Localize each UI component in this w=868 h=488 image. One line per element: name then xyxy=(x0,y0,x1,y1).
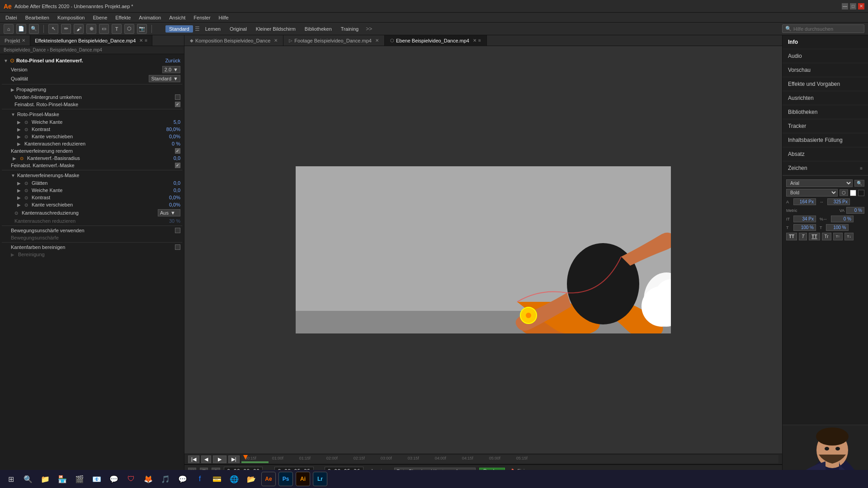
goto-start-btn[interactable]: |◀ xyxy=(188,455,199,463)
contrast2-value[interactable]: 0,0% xyxy=(153,195,180,200)
soft-edge-value[interactable]: 5,0 xyxy=(153,119,180,125)
taskbar-search-btn[interactable]: 🔍 xyxy=(21,472,35,486)
shift-edge2-value[interactable]: 0,0% xyxy=(153,202,180,207)
menu-komposition[interactable]: Komposition xyxy=(54,14,89,21)
taskbar-ai-btn[interactable]: Ai xyxy=(296,472,310,486)
menu-effekte[interactable]: Effekte xyxy=(112,14,134,21)
taskbar-store-btn[interactable]: 🏪 xyxy=(55,472,70,486)
workspace-more-icon[interactable]: >> xyxy=(366,26,372,32)
tracking-input[interactable] xyxy=(827,198,850,205)
ts-italic-btn[interactable]: T xyxy=(799,233,807,240)
workspace-menu-icon[interactable]: ☰ xyxy=(195,26,200,32)
panel-audio[interactable]: Audio xyxy=(783,49,868,63)
tab-ebene-close[interactable]: ✕ xyxy=(473,38,476,43)
taskbar-whatsapp-btn[interactable]: 💬 xyxy=(107,472,121,486)
taskbar-wallet-btn[interactable]: 💳 xyxy=(210,472,224,486)
taskbar-music-btn[interactable]: 🎵 xyxy=(158,472,173,486)
ts-smallcaps-btn[interactable]: Tr xyxy=(822,233,831,240)
panel-effekte[interactable]: Effekte und Vorgaben xyxy=(783,77,868,91)
tab-footage[interactable]: ▷ Footage Beispielvideo_Dance.mp4 ✕ xyxy=(283,35,385,46)
style-btn[interactable]: ⬡ xyxy=(840,189,848,196)
taskbar-ae-btn[interactable]: Ae xyxy=(261,472,276,486)
motion-blur-checkbox[interactable] xyxy=(175,228,180,233)
ts-sub-btn[interactable]: T↓ xyxy=(844,233,854,240)
edge-noise-select[interactable]: Aus ▼ xyxy=(158,209,180,216)
taskbar-lr-btn[interactable]: Lr xyxy=(313,472,327,486)
taskbar-explorer-btn[interactable]: 📂 xyxy=(244,472,259,486)
next-frame-btn[interactable]: ▶| xyxy=(228,455,240,463)
toolbar-clone-btn[interactable]: ⊕ xyxy=(86,24,96,34)
ts-super-btn[interactable]: T↑ xyxy=(833,233,843,240)
panel-tracker[interactable]: Tracker xyxy=(783,119,868,133)
toolbar-shape-btn[interactable]: ▭ xyxy=(99,24,109,34)
menu-ansicht[interactable]: Ansicht xyxy=(165,14,189,21)
toolbar-brush-btn[interactable]: 🖌 xyxy=(74,24,84,34)
feinabst-checkbox[interactable] xyxy=(175,102,180,107)
propagierung-header[interactable]: ▶ Propagierung xyxy=(2,85,182,94)
taskbar-media-btn[interactable]: 🎬 xyxy=(72,472,87,486)
fine-mask-checkbox[interactable] xyxy=(175,163,180,168)
roto-maske-header[interactable]: ▼ Roto-Pinsel-Maske xyxy=(2,110,182,118)
tab-projekt[interactable]: Projekt ✕ xyxy=(0,35,30,46)
taskbar-facebook-btn[interactable]: f xyxy=(193,472,207,486)
effect-main-header[interactable]: ▼ ⊙ Roto-Pinsel und Kantenverf. Zurück xyxy=(2,56,182,65)
panel-ausrichten[interactable]: Ausrichten xyxy=(783,91,868,105)
panel-vorschau[interactable]: Vorschau xyxy=(783,63,868,77)
va-input[interactable] xyxy=(846,207,864,214)
scale-h-input[interactable] xyxy=(793,224,816,231)
smooth-value[interactable]: 0,0 xyxy=(153,180,180,186)
tab-ebene[interactable]: ⬡ Ebene Beispielvideo_Dance.mp4 ✕ ≡ xyxy=(385,35,487,46)
clean-colors-checkbox[interactable] xyxy=(175,244,180,250)
minimize-button[interactable]: — xyxy=(842,3,848,9)
panel-info[interactable]: Info xyxy=(783,35,868,49)
taskbar-folder-btn[interactable]: 📁 xyxy=(38,472,52,486)
refine-maske-header[interactable]: ▼ Kantenverfeinerungs-Maske xyxy=(2,171,182,179)
workspace-bibliotheken[interactable]: Bibliotheken xyxy=(301,25,335,33)
tab-effekteinstellungen[interactable]: Effekteinstellungen Beispielvideo_Dance.… xyxy=(30,35,152,46)
taskbar-shield-btn[interactable]: 🛡 xyxy=(124,472,138,486)
ts-bold-btn[interactable]: TT xyxy=(786,233,797,240)
tab-footage-close[interactable]: ✕ xyxy=(375,38,379,43)
version-select[interactable]: 2.0 ▼ xyxy=(162,66,180,73)
toolbar-home-btn[interactable]: ⌂ xyxy=(4,24,14,34)
menu-bearbeiten[interactable]: Bearbeiten xyxy=(22,14,53,21)
taskbar-firefox-btn[interactable]: 🦊 xyxy=(141,472,156,486)
tab-effekt-menu[interactable]: ≡ xyxy=(145,38,147,43)
color-swatch-black[interactable] xyxy=(858,190,864,196)
color-swatch-white[interactable] xyxy=(850,190,856,196)
front-back-checkbox[interactable] xyxy=(175,94,180,100)
toolbar-pen-btn[interactable]: ✏ xyxy=(61,24,71,34)
tab-komposition[interactable]: ◆ Komposition Beispielvideo_Dance ✕ xyxy=(184,35,283,46)
soft-edge2-value[interactable]: 0,0 xyxy=(153,188,180,193)
toolbar-roto-btn[interactable]: ⬡ xyxy=(124,24,134,34)
toolbar-cam-btn[interactable]: 📷 xyxy=(137,24,147,34)
prev-frame-btn[interactable]: ◀ xyxy=(201,455,211,463)
leading-input[interactable] xyxy=(793,216,816,222)
font-select[interactable]: Arial xyxy=(786,179,853,187)
workspace-standard[interactable]: Standard xyxy=(165,25,193,33)
panel-bibliotheken[interactable]: Bibliotheken xyxy=(783,105,868,119)
workspace-training[interactable]: Training xyxy=(337,25,362,33)
toolbar-text-btn[interactable]: T xyxy=(112,24,122,34)
taskbar-ps-btn[interactable]: Ps xyxy=(278,472,293,486)
search-input[interactable] xyxy=(793,26,861,32)
style-select[interactable]: Bold xyxy=(786,189,838,197)
menu-ebene[interactable]: Ebene xyxy=(89,14,111,21)
menu-animation[interactable]: Animation xyxy=(135,14,165,21)
font-search-btn[interactable]: 🔍 xyxy=(854,180,864,187)
tab-projekt-close[interactable]: ✕ xyxy=(22,38,25,43)
panel-zeichen[interactable]: Zeichen ≡ xyxy=(783,161,868,175)
window-controls[interactable]: — □ ✕ xyxy=(842,3,864,9)
zeichen-menu-icon[interactable]: ≡ xyxy=(860,166,863,171)
panel-absatz[interactable]: Absatz xyxy=(783,147,868,161)
taskbar-messenger-btn[interactable]: 💬 xyxy=(175,472,190,486)
menu-fenster[interactable]: Fenster xyxy=(190,14,214,21)
maximize-button[interactable]: □ xyxy=(850,3,856,9)
workspace-kleiner[interactable]: Kleiner Bildschirm xyxy=(252,25,299,33)
taskbar-windows-btn[interactable]: ⊞ xyxy=(4,472,18,486)
tab-ebene-menu[interactable]: ≡ xyxy=(478,38,481,43)
panel-inhaltsbasiert[interactable]: Inhaltsbasierte Füllung xyxy=(783,133,868,147)
menu-hilfe[interactable]: Hilfe xyxy=(215,14,232,21)
toolbar-search-tools-btn[interactable]: 🔍 xyxy=(29,24,39,34)
toolbar-select-btn[interactable]: ↖ xyxy=(48,24,58,34)
